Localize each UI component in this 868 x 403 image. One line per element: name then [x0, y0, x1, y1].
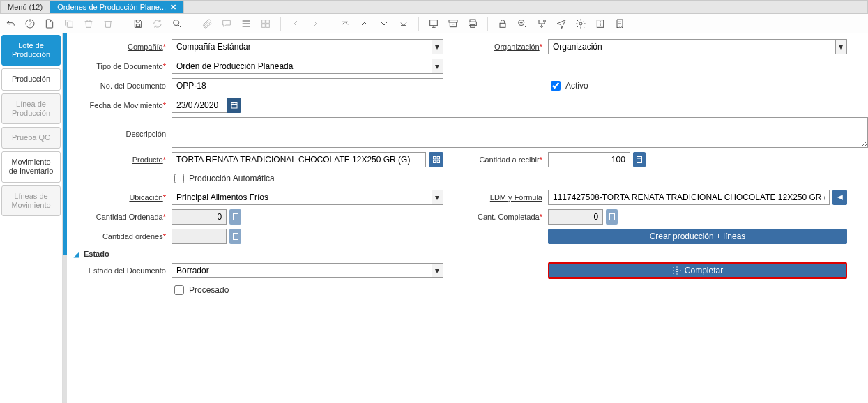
- estadodoc-dropdown-icon[interactable]: ▾: [432, 263, 443, 278]
- label-cantordenes: Cantidad órdenes: [102, 232, 163, 241]
- svg-rect-2: [67, 22, 73, 27]
- nodoc-field[interactable]: [172, 78, 443, 93]
- sidetab-movinv[interactable]: Movimiento de Inventario: [1, 151, 61, 182]
- label-descripcion: Descripción: [126, 130, 166, 138]
- prev-icon[interactable]: [289, 17, 302, 30]
- activo-input[interactable]: [551, 81, 561, 91]
- close-icon[interactable]: ✕: [170, 3, 176, 12]
- svg-rect-13: [471, 24, 475, 27]
- producto-search-icon[interactable]: [429, 152, 443, 167]
- scrollbar[interactable]: [63, 33, 67, 403]
- ldm-field[interactable]: [548, 190, 830, 205]
- top-tabbar: Menú (12) Ordenes de Producción Plane...…: [0, 0, 868, 14]
- svg-rect-26: [437, 160, 440, 163]
- fechamov-field[interactable]: [172, 98, 227, 113]
- estadodoc-field[interactable]: [172, 263, 432, 278]
- compania-dropdown-icon[interactable]: ▾: [432, 39, 443, 54]
- down-icon[interactable]: [378, 17, 390, 30]
- print-icon[interactable]: [466, 17, 479, 30]
- procesado-checkbox[interactable]: Procesado: [172, 283, 229, 297]
- descripcion-field[interactable]: [172, 117, 868, 148]
- chat-icon[interactable]: [220, 17, 233, 30]
- completar-button[interactable]: Completar: [548, 262, 847, 279]
- receipt-icon[interactable]: [614, 17, 626, 30]
- svg-point-17: [544, 20, 546, 22]
- sidetab-lineasmov[interactable]: Líneas de Movimiento: [1, 185, 61, 216]
- label-estadodoc: Estado del Documento: [89, 266, 166, 275]
- activo-checkbox[interactable]: Activo: [548, 79, 588, 93]
- svg-rect-22: [231, 103, 237, 109]
- next-icon[interactable]: [309, 17, 321, 30]
- svg-rect-24: [437, 157, 440, 160]
- svg-point-31: [676, 269, 678, 272]
- tipodoc-dropdown-icon[interactable]: ▾: [432, 59, 443, 74]
- undo-icon[interactable]: [4, 17, 17, 30]
- label-prodauto: Producción Automática: [189, 174, 275, 183]
- grid-icon[interactable]: [259, 17, 272, 30]
- up-icon[interactable]: [358, 17, 371, 30]
- cantordenada-calc-icon: [229, 209, 241, 225]
- label-ldm: LDM y Fórmula: [490, 193, 542, 202]
- send-icon[interactable]: [555, 17, 568, 30]
- compania-field[interactable]: [172, 39, 432, 54]
- cantordenes-field: [172, 229, 227, 244]
- gear-icon[interactable]: [574, 17, 587, 30]
- procesado-input[interactable]: [174, 285, 184, 295]
- new-icon[interactable]: [43, 17, 56, 30]
- prodauto-checkbox[interactable]: Producción Automática: [172, 172, 275, 185]
- archive-icon[interactable]: [447, 17, 459, 30]
- tipodoc-field[interactable]: [172, 59, 432, 74]
- zoom-icon[interactable]: [516, 17, 528, 30]
- tab-menu-label: Menú (12): [8, 3, 43, 11]
- label-activo: Activo: [565, 81, 588, 91]
- ldm-link-icon[interactable]: [832, 190, 847, 205]
- toolbar: [0, 14, 868, 33]
- ubicacion-dropdown-icon[interactable]: ▾: [432, 190, 443, 205]
- calendar-icon[interactable]: [227, 98, 241, 113]
- tab-page[interactable]: Ordenes de Producción Plane... ✕: [50, 1, 184, 13]
- help-icon[interactable]: [24, 17, 36, 30]
- attach-icon[interactable]: [201, 17, 213, 30]
- first-icon[interactable]: [339, 17, 351, 30]
- organizacion-field[interactable]: [548, 39, 836, 54]
- sidetab-linea[interactable]: Línea de Producción: [1, 93, 61, 124]
- copy-icon[interactable]: [63, 17, 75, 30]
- cantrecibir-calc-icon[interactable]: [633, 152, 646, 167]
- producto-field[interactable]: [172, 152, 426, 167]
- crear-produccion-button[interactable]: Crear producción + líneas: [548, 229, 847, 244]
- svg-rect-7: [262, 24, 266, 27]
- list-icon[interactable]: [240, 17, 252, 30]
- ubicacion-field[interactable]: [172, 190, 432, 205]
- tab-menu[interactable]: Menú (12): [1, 1, 50, 13]
- sidetab-prueba[interactable]: Prueba QC: [1, 127, 61, 149]
- tab-page-label: Ordenes de Producción Plane...: [57, 3, 166, 11]
- svg-point-1: [30, 26, 31, 26]
- section-estado[interactable]: ◢ Estado: [74, 250, 868, 258]
- report-icon[interactable]: [427, 17, 440, 30]
- cantcompletada-calc-icon: [606, 209, 618, 225]
- sidetab-produccion[interactable]: Producción: [1, 68, 61, 90]
- delete2-icon[interactable]: [102, 17, 114, 30]
- delete-icon[interactable]: [82, 17, 95, 30]
- prodauto-input[interactable]: [174, 174, 184, 183]
- last-icon[interactable]: [397, 17, 410, 30]
- collapse-icon[interactable]: ◢: [74, 250, 79, 258]
- sidetab-lote[interactable]: Lote de Producción: [1, 35, 61, 66]
- cantrecibir-field[interactable]: [548, 152, 630, 167]
- info-icon[interactable]: [594, 17, 607, 30]
- svg-rect-3: [136, 24, 139, 26]
- svg-rect-9: [430, 20, 438, 25]
- side-tabs: Lote de Producción Producción Línea de P…: [0, 33, 63, 403]
- lock-icon[interactable]: [496, 17, 509, 30]
- organizacion-dropdown-icon[interactable]: ▾: [835, 39, 847, 54]
- workflow-icon[interactable]: [535, 17, 548, 30]
- svg-rect-28: [233, 214, 238, 220]
- label-nodoc: No. del Documento: [100, 82, 166, 90]
- form-area: Compañía* ▾ Organización* ▾ Tipo de Docu…: [63, 33, 868, 403]
- label-tipodoc: Tipo de Documento: [96, 62, 163, 70]
- label-compania: Compañía: [128, 43, 163, 51]
- search-icon[interactable]: [171, 17, 183, 30]
- refresh-icon[interactable]: [151, 17, 164, 30]
- svg-rect-23: [433, 157, 436, 160]
- save-icon[interactable]: [132, 17, 144, 30]
